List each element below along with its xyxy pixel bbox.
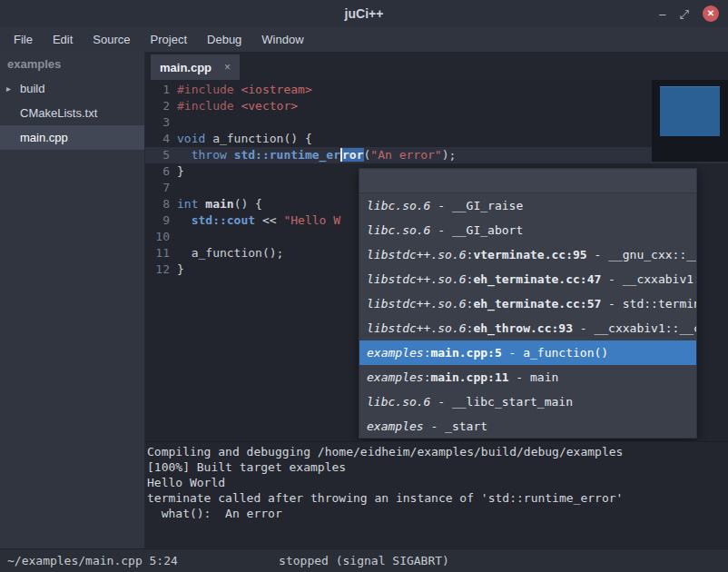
editor[interactable]: 1#include <iostream>2#include <vector>34… [145,80,728,441]
window-title: juCi++ [345,6,384,21]
tabbar: main.cpp × [145,52,728,80]
selection-highlight: ror [342,148,363,162]
code-token: #include [177,83,234,96]
menu-item-project[interactable]: Project [141,27,197,52]
tree-item-build[interactable]: ▸build [0,76,144,101]
code-text: #include <iostream> [177,82,312,98]
code-token: } [177,262,184,276]
menu-item-window[interactable]: Window [251,27,313,52]
stack-frame-item[interactable]: libstdc++.so.6:eh_throw.cc:93 - __cxxabi… [359,316,696,340]
stack-frame-item[interactable]: libstdc++.so.6:eh_terminate.cc:47 - __cx… [359,267,696,291]
code-token: () { [234,197,262,211]
line-number[interactable]: 6 [145,163,177,180]
code-token: a_function() { [205,132,311,145]
line-number[interactable]: 10 [145,229,177,245]
code-token: int [177,197,198,211]
frame-module: libc.so.6 [367,199,430,212]
frame-module: libstdc++.so.6 [367,297,467,311]
stack-frame-item[interactable]: examples:main.cpp:5 - a_function() [359,340,696,365]
code-line-5[interactable]: 5 throw std::runtime_error("An error"); [145,147,728,163]
code-text: } [177,261,184,278]
main-area: main.cpp × 1#include <iostream>2#include… [145,52,728,548]
restore-button[interactable]: ⤢ [680,8,689,20]
frame-function: __GI_abort [452,223,523,237]
frame-function: __cxxabiv1::__cxa_thro [594,321,696,335]
stack-frame-item[interactable]: examples - _start [359,414,696,439]
stack-frame-item[interactable]: libc.so.6 - __GI_abort [359,218,696,242]
code-text: throw std::runtime_error("An error"); [177,147,456,163]
close-button[interactable]: ✕ [703,5,719,22]
terminal-line: Compiling and debugging /home/eidheim/ex… [147,444,728,459]
project-folder-label: examples [0,52,144,76]
terminal-panel[interactable]: Compiling and debugging /home/eidheim/ex… [145,441,728,548]
frame-module: libstdc++.so.6 [367,248,467,261]
status-debug-state: stopped (signal SIGABRT) [279,549,449,572]
code-token [227,148,234,162]
folder-expander-icon[interactable]: ▸ [6,76,11,101]
frame-location: main.cpp:11 [430,370,508,384]
code-text: int main() { [177,196,262,212]
stacktrace-list: libc.so.6 - __GI_raiselibc.so.6 - __GI_a… [359,193,696,439]
code-text: #include <vector> [177,98,298,114]
code-line-4[interactable]: 4void a_function() { [145,131,728,147]
stack-frame-item[interactable]: libc.so.6 - __GI_raise [359,193,696,218]
terminal-line: [100%] Built target examples [147,459,728,475]
terminal-output: Compiling and debugging /home/eidheim/ex… [147,444,728,521]
line-number[interactable]: 3 [145,114,177,131]
stack-frame-item[interactable]: libstdc++.so.6:vterminate.cc:95 - __gnu_… [359,242,696,267]
frame-module: libc.so.6 [367,223,430,237]
code-token [177,213,192,227]
terminal-line: what(): An error [147,506,728,521]
code-token: ); [442,148,457,162]
line-number[interactable]: 1 [145,82,177,98]
stack-frame-item[interactable]: libc.so.6 - __libc_start_main [359,390,696,414]
line-number[interactable]: 9 [145,212,177,229]
stack-frame-item[interactable]: examples:main.cpp:11 - main [359,365,696,390]
menu-item-source[interactable]: Source [83,27,140,52]
frame-location: eh_terminate.cc:47 [473,272,601,286]
popup-filter-input[interactable] [359,169,696,193]
tree-item-main-cpp[interactable]: main.cpp [0,125,144,150]
titlebar: juCi++ – ⤢ ✕ [0,0,728,27]
frame-module: libstdc++.so.6 [367,272,467,286]
frame-module: examples [367,370,424,384]
line-number[interactable]: 11 [145,245,177,261]
frame-function: _start [445,419,487,433]
code-token: <iostream> [241,83,311,96]
code-token: "Hello W [283,213,340,227]
tree-item-cmakelists-txt[interactable]: CMakeLists.txt [0,101,144,125]
frame-module: examples [367,419,424,433]
code-token: void [177,132,205,145]
code-line-2[interactable]: 2#include <vector> [145,98,728,114]
line-number[interactable]: 2 [145,98,177,114]
code-line-3[interactable]: 3 [145,114,728,131]
stack-frame-item[interactable]: libstdc++.so.6:eh_terminate.cc:57 - std:… [359,291,696,316]
line-number[interactable]: 5 [145,147,177,163]
terminal-line: Hello World [147,475,728,490]
status-file-position: ~/examples/main.cpp 5:24 [7,549,178,572]
code-token: throw [192,148,227,162]
terminal-line: terminate called after throwing an insta… [147,490,728,506]
line-number[interactable]: 12 [145,261,177,278]
code-token: } [177,164,184,178]
code-token: #include [177,99,234,113]
menu-item-edit[interactable]: Edit [43,27,83,52]
frame-location: eh_throw.cc:93 [473,321,573,335]
menu-item-file[interactable]: File [4,27,43,52]
stacktrace-popup: libc.so.6 - __GI_raiselibc.so.6 - __GI_a… [359,168,697,439]
code-token: << [255,213,283,227]
code-token: main [205,197,233,211]
frame-function: __libc_start_main [452,395,573,409]
tab-main-cpp[interactable]: main.cpp × [151,54,240,80]
minimize-button[interactable]: – [659,8,665,20]
tab-close-icon[interactable]: × [224,61,231,74]
menu-item-debug[interactable]: Debug [197,27,251,52]
line-number[interactable]: 4 [145,131,177,147]
frame-function: a_function() [523,346,608,360]
sidebar: examples ▸buildCMakeLists.txtmain.cpp [0,52,145,548]
frame-function: __gnu_cxx::__verbos [608,248,696,261]
line-number[interactable]: 7 [145,180,177,196]
frame-function: std::terminate() [623,297,696,311]
code-line-1[interactable]: 1#include <iostream> [145,82,728,98]
line-number[interactable]: 8 [145,196,177,212]
